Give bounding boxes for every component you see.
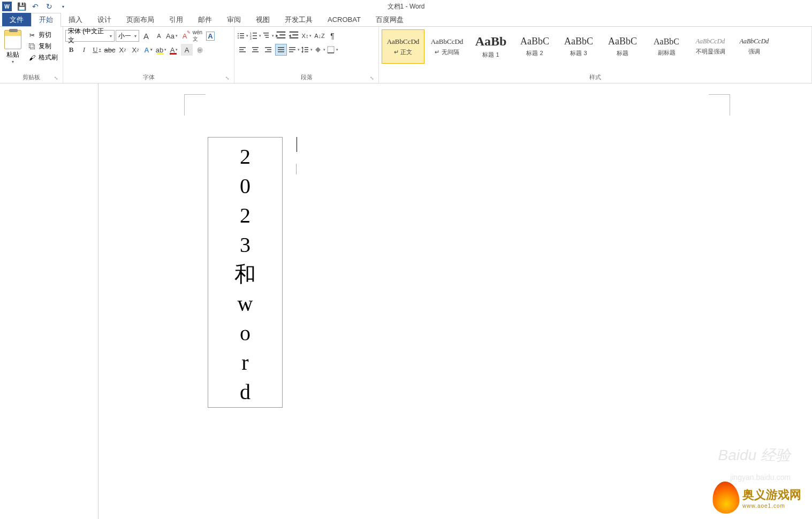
cut-button[interactable]: ✂剪切 [26, 30, 60, 40]
tab-view[interactable]: 视图 [248, 13, 277, 26]
tab-file[interactable]: 文件 [2, 13, 31, 26]
paragraph-group-label: 段落⤡ [237, 73, 376, 83]
style-item-2[interactable]: AaBb标题 1 [469, 29, 512, 64]
title-bar: W 💾 ↶ ↻ ▾ 文档1 - Word [0, 0, 812, 13]
style-item-7[interactable]: AaBbCcDd不明显强调 [689, 29, 732, 64]
font-group-label: 字体⤡ [65, 73, 232, 83]
bold-button[interactable]: B [65, 44, 77, 56]
svg-rect-28 [267, 49, 271, 50]
tab-home[interactable]: 开始 [31, 13, 61, 27]
decrease-indent-button[interactable] [275, 30, 287, 42]
borders-button[interactable] [327, 44, 338, 56]
cut-label: 剪切 [39, 30, 51, 40]
clipboard-launcher[interactable]: ⤡ [53, 75, 59, 82]
text-char: d [240, 377, 251, 407]
styles-gallery[interactable]: AaBbCcDd↵ 正文AaBbCcDd↵ 无间隔AaBb标题 1AaBbC标题… [381, 28, 776, 64]
style-item-0[interactable]: AaBbCcDd↵ 正文 [382, 29, 424, 64]
superscript-button[interactable]: X2 [130, 44, 141, 56]
font-size-combo[interactable]: 小一▾ [116, 30, 139, 42]
save-button[interactable]: 💾 [15, 1, 28, 12]
format-painter-button[interactable]: 🖌格式刷 [26, 52, 60, 63]
enclose-char-button[interactable]: ㊙ [194, 44, 206, 56]
svg-point-0 [238, 33, 239, 34]
shrink-font-button[interactable]: A [153, 30, 165, 42]
document-area[interactable]: 2023和word [0, 83, 812, 519]
text-char: 2 [240, 201, 251, 230]
sort-button[interactable]: A↓Z [314, 30, 325, 42]
multilevel-button[interactable] [262, 30, 274, 42]
svg-rect-31 [278, 49, 284, 50]
qat-customize[interactable]: ▾ [57, 1, 70, 12]
shading-button[interactable] [314, 44, 325, 56]
svg-rect-34 [289, 49, 295, 50]
italic-button[interactable]: I [78, 44, 90, 56]
tab-review[interactable]: 审阅 [219, 13, 248, 26]
text-effects-button[interactable]: A [142, 44, 154, 56]
style-item-3[interactable]: AaBbC标题 2 [513, 29, 556, 64]
clear-format-button[interactable]: A✎ [179, 30, 191, 42]
change-case-button[interactable]: Aa [166, 30, 178, 42]
undo-button[interactable]: ↶ [29, 1, 42, 12]
font-name-combo[interactable]: 宋体 (中文正文▾ [65, 30, 115, 42]
text-char: 和 [234, 260, 256, 289]
paste-button[interactable]: 粘贴 ▾ [2, 28, 24, 64]
font-color-button[interactable]: A [168, 44, 180, 56]
paste-label: 粘贴 [6, 50, 19, 59]
svg-rect-9 [253, 35, 257, 36]
svg-point-4 [238, 37, 239, 39]
char-border-button[interactable]: A [204, 30, 216, 42]
tab-references[interactable]: 引用 [162, 13, 191, 26]
tab-layout[interactable]: 页面布局 [119, 13, 162, 26]
group-font: 宋体 (中文正文▾ 小一▾ A A Aa A✎ wén文 A B I U abc… [63, 27, 234, 83]
style-item-6[interactable]: AaBbC副标题 [645, 29, 688, 64]
svg-rect-24 [252, 47, 259, 48]
phonetic-button[interactable]: wén文 [192, 30, 203, 42]
align-center-button[interactable] [249, 44, 261, 56]
underline-button[interactable]: U [91, 44, 103, 56]
tab-insert[interactable]: 插入 [61, 13, 90, 26]
text-direction-button[interactable]: X↕ [301, 30, 313, 42]
svg-rect-32 [278, 51, 284, 52]
style-item-5[interactable]: AaBbC标题 [601, 29, 644, 64]
bullets-button[interactable] [237, 30, 248, 42]
tab-baidu[interactable]: 百度网盘 [368, 13, 411, 26]
svg-rect-11 [253, 38, 257, 39]
svg-rect-29 [265, 51, 271, 52]
group-clipboard: 粘贴 ▾ ✂剪切 ⿻复制 🖌格式刷 剪贴板⤡ [0, 27, 63, 83]
copy-label: 复制 [39, 42, 51, 51]
tab-mail[interactable]: 邮件 [191, 13, 219, 26]
style-item-1[interactable]: AaBbCcDd↵ 无间隔 [426, 29, 468, 64]
align-left-button[interactable] [237, 44, 248, 56]
align-right-button[interactable] [262, 44, 274, 56]
word-app-icon: W [2, 2, 12, 11]
font-launcher[interactable]: ⤡ [224, 75, 231, 82]
align-justify-button[interactable] [275, 44, 287, 56]
text-cursor [297, 137, 297, 152]
paragraph-launcher[interactable]: ⤡ [369, 75, 375, 82]
svg-rect-5 [240, 37, 244, 39]
copy-icon: ⿻ [28, 42, 36, 51]
svg-rect-1 [240, 33, 244, 34]
tab-developer[interactable]: 开发工具 [277, 13, 320, 26]
copy-button[interactable]: ⿻复制 [26, 41, 60, 51]
numbering-button[interactable]: 123 [249, 30, 261, 42]
increase-indent-button[interactable] [288, 30, 300, 42]
strikethrough-button[interactable]: abc [104, 44, 116, 56]
align-distributed-button[interactable] [288, 44, 300, 56]
line-spacing-button[interactable] [301, 44, 313, 56]
show-marks-button[interactable]: ¶ [327, 30, 338, 42]
style-item-8[interactable]: AaBbCcDd强调 [733, 29, 776, 64]
svg-rect-3 [240, 35, 244, 36]
tab-design[interactable]: 设计 [90, 13, 119, 26]
style-item-4[interactable]: AaBbC标题 3 [557, 29, 600, 64]
vertical-text-box[interactable]: 2023和word [208, 137, 283, 408]
subscript-button[interactable]: X2 [117, 44, 128, 56]
redo-button[interactable]: ↻ [43, 1, 56, 12]
grow-font-button[interactable]: A [140, 30, 152, 42]
highlight-button[interactable]: ab [155, 44, 167, 56]
page-corner-tr [709, 94, 730, 116]
tab-acrobat[interactable]: ACROBAT [320, 13, 368, 26]
char-shading-button[interactable]: A [181, 44, 193, 56]
scissors-icon: ✂ [28, 31, 36, 40]
group-styles: AaBbCcDd↵ 正文AaBbCcDd↵ 无间隔AaBb标题 1AaBbC标题… [379, 27, 812, 83]
